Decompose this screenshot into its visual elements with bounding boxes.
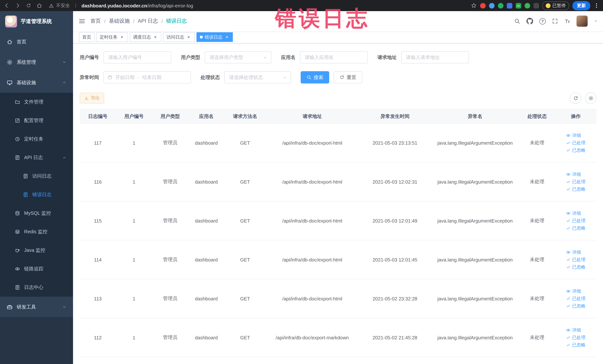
sidebar-item-label: API 日志 (24, 154, 43, 161)
sidebar-item-dev-tools[interactable]: 研发工具 (0, 297, 73, 317)
filter-label-exception-time: 异常时间 (80, 74, 99, 81)
sidebar-item-java-monitor[interactable]: Java 监控 (0, 241, 73, 260)
detail-link[interactable]: 详细 (566, 327, 581, 333)
app-name-input[interactable] (300, 51, 368, 63)
exception-time-range-picker[interactable]: 开始日期 - 结束日期 (104, 71, 191, 83)
fullscreen-icon[interactable] (552, 18, 558, 24)
search-button-label: 搜索 (314, 74, 323, 81)
help-icon[interactable]: ? (539, 18, 546, 24)
user-avatar[interactable] (577, 16, 588, 27)
sidebar-item-system-mgmt[interactable]: 系统管理 (0, 52, 73, 72)
extension-icon-blue-grid[interactable] (507, 3, 512, 8)
cell-exception-name: java.lang.IllegalArgumentException (431, 318, 519, 357)
sidebar-item-mysql-monitor[interactable]: MySQL 监控 (0, 204, 73, 223)
mark-processed-link[interactable]: 已处理 (566, 218, 585, 224)
sidebar-item-scheduled-jobs[interactable]: 定时任务 (0, 130, 73, 148)
extension-icon-green-v[interactable] (498, 3, 503, 8)
extension-icon-dark[interactable] (533, 3, 539, 8)
mark-processed-link[interactable]: 已处理 (566, 334, 585, 341)
mark-ignored-link[interactable]: 已忽略 (566, 225, 585, 231)
bookmark-star-icon[interactable] (471, 3, 477, 9)
refresh-table-button[interactable] (570, 92, 581, 104)
mark-ignored-link[interactable]: 已忽略 (566, 342, 585, 348)
close-icon[interactable]: × (119, 35, 125, 40)
text-size-icon[interactable] (564, 18, 570, 24)
logo[interactable]: 芋道管理系统 (0, 11, 73, 32)
extension-icon-blue-drop[interactable] (489, 3, 495, 8)
mark-ignored-link[interactable]: 已忽略 (566, 303, 585, 309)
tab-schedule-log[interactable]: 调度日志 × (130, 32, 161, 42)
paused-badge[interactable]: 已暂停 (542, 1, 569, 10)
question-glyph: ? (541, 19, 544, 23)
tab-scheduled-jobs[interactable]: 定时任务 × (96, 32, 128, 42)
sidebar-item-home[interactable]: 首页 (0, 32, 73, 52)
table-row: 116 1 管理员 dashboard GET /api/infra/db-do… (80, 162, 596, 201)
security-chip[interactable]: 不安全 (49, 2, 70, 9)
user-type-select[interactable]: 请选择用户类型 (205, 51, 271, 63)
detail-link[interactable]: 详细 (566, 288, 581, 294)
mark-ignored-link[interactable]: 已忽略 (566, 147, 585, 153)
search-icon[interactable] (514, 18, 520, 24)
download-icon (84, 96, 89, 100)
close-icon[interactable]: × (153, 35, 158, 40)
sidebar-item-access-log[interactable]: 访问日志 (0, 167, 73, 186)
sidebar-item-config-mgmt[interactable]: 配置管理 (0, 111, 73, 130)
mark-ignored-link[interactable]: 已忽略 (566, 186, 585, 192)
reset-button[interactable]: 重置 (334, 71, 362, 83)
detail-link[interactable]: 详细 (566, 132, 581, 139)
request-url-input[interactable] (401, 51, 469, 63)
cell-user-id: 1 (116, 162, 152, 201)
mark-processed-link[interactable]: 已处理 (566, 295, 585, 302)
sidebar-item-error-log[interactable]: 错误日志 (0, 186, 73, 204)
breadcrumb-item-home[interactable]: 首页 (91, 18, 101, 24)
sidebar-item-infrastructure[interactable]: 基础设施 (0, 72, 73, 93)
address-bar[interactable]: dashboard.yudao.iocoder.cn/infra/log/api… (81, 3, 464, 8)
sidebar-item-file-mgmt[interactable]: 文件管理 (0, 93, 73, 111)
user-id-input[interactable] (104, 51, 171, 63)
sidebar-item-trace[interactable]: 链路追踪 (0, 260, 73, 278)
mark-processed-link[interactable]: 已处理 (566, 140, 585, 146)
browser-forward-icon[interactable] (15, 3, 21, 9)
browser-update-button[interactable]: 更新 (572, 1, 590, 10)
sidebar-toggle[interactable] (79, 18, 85, 24)
browser-back-icon[interactable] (4, 3, 10, 9)
breadcrumb-item-api-logs[interactable]: API 日志 (138, 18, 158, 24)
breadcrumb-item-infrastructure[interactable]: 基础设施 (109, 18, 130, 24)
tab-label: 调度日志 (133, 34, 151, 40)
search-button[interactable]: 搜索 (301, 71, 329, 83)
sidebar-item-api-logs[interactable]: API 日志 (0, 148, 73, 167)
tab-access-log[interactable]: 访问日志 × (163, 32, 195, 42)
detail-link[interactable]: 详细 (566, 210, 581, 216)
extension-icon-leaf[interactable] (525, 3, 530, 8)
mark-processed-link[interactable]: 已处理 (566, 257, 585, 263)
close-icon[interactable]: × (224, 35, 230, 40)
column-settings-button[interactable] (585, 92, 596, 104)
caret-down-icon[interactable] (594, 19, 598, 23)
browser-menu-icon[interactable] (593, 3, 600, 9)
table-row: 113 1 管理员 dashboard GET /api/infra/db-do… (80, 279, 596, 318)
mark-ignored-link[interactable]: 已忽略 (566, 264, 585, 270)
github-icon[interactable] (526, 18, 533, 24)
sidebar-item-redis-monitor[interactable]: Redis 监控 (0, 223, 73, 241)
detail-link[interactable]: 详细 (566, 171, 581, 177)
mark-processed-link[interactable]: 已处理 (566, 178, 585, 185)
extension-icon-on-badge[interactable]: on (516, 3, 521, 8)
start-date-placeholder: 开始日期 (115, 74, 135, 81)
browser-reload-icon[interactable] (26, 3, 31, 8)
sidebar-item-log-center[interactable]: 日志中心 (0, 278, 73, 297)
detail-link[interactable]: 详细 (566, 249, 581, 255)
sidebar-item-label: Java 监控 (24, 247, 45, 254)
tab-home[interactable]: 首页 (79, 32, 94, 42)
extension-icon-red[interactable] (480, 3, 486, 8)
address-separator: | (75, 3, 76, 8)
close-icon[interactable]: × (186, 35, 191, 40)
browser-home-icon[interactable] (36, 3, 42, 9)
process-status-select[interactable]: 请选择处理状态 (224, 71, 291, 83)
breadcrumb-separator: / (133, 18, 135, 24)
export-button[interactable]: 导出 (80, 93, 104, 104)
tab-error-log[interactable]: 错误日志 × (197, 32, 233, 42)
cell-user-id: 1 (116, 201, 152, 240)
sidebar-item-label: 基础设施 (17, 79, 36, 86)
cell-actions: 详细 已处理 已忽略 (555, 123, 596, 162)
cell-actions: 详细 已处理 已忽略 (555, 318, 596, 357)
